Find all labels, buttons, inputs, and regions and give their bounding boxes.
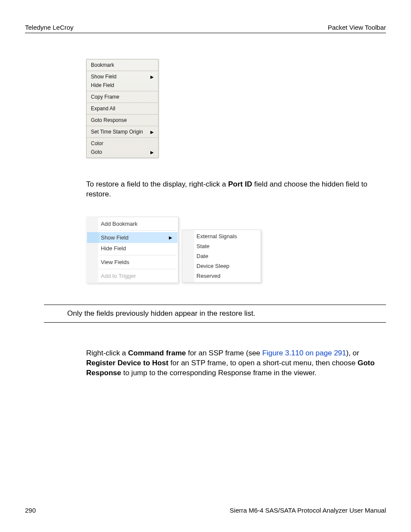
context-menu-1: Bookmark Show Field▶ Hide Field Copy Fra…: [86, 59, 159, 158]
submenu-arrow-icon: ▶: [150, 150, 154, 155]
paragraph-restore-field: To restore a field to the display, right…: [86, 180, 386, 199]
menu-item-bookmark[interactable]: Bookmark: [87, 61, 158, 69]
submenu-item-reserved[interactable]: Reserved: [183, 271, 260, 281]
paragraph-goto-response: Right-click a Command frame for an SSP f…: [86, 348, 386, 378]
show-field-submenu: External Signals State Date Device Sleep…: [182, 230, 261, 283]
footer-title: Sierra M6-4 SAS/SATA Protocol Analyzer U…: [230, 507, 386, 514]
submenu-item-state[interactable]: State: [183, 241, 260, 251]
menu-separator: [99, 269, 177, 269]
menu-item-color[interactable]: Color: [87, 139, 158, 148]
menu-item-show-field[interactable]: Show Field▶: [87, 72, 158, 81]
menu-item-copy-frame[interactable]: Copy Frame: [87, 93, 158, 101]
context-menu-2: Add Bookmark Show Field▶ Hide Field View…: [86, 217, 178, 283]
submenu-item-device-sleep[interactable]: Device Sleep: [183, 261, 260, 271]
menu-item-add-bookmark[interactable]: Add Bookmark: [87, 218, 177, 229]
header-left: Teledyne LeCroy: [25, 24, 74, 31]
menu-separator: [87, 114, 158, 115]
submenu-arrow-icon: ▶: [169, 235, 172, 240]
menu-item-show-field-highlighted[interactable]: Show Field▶: [87, 232, 177, 243]
note-box: Only the fields previously hidden appear…: [44, 305, 386, 323]
menu-item-goto[interactable]: Goto▶: [87, 148, 158, 156]
menu-item-hide-field[interactable]: Hide Field: [87, 81, 158, 90]
submenu-arrow-icon: ▶: [150, 75, 154, 79]
page-number: 290: [25, 507, 36, 514]
menu-item-add-to-trigger: Add to Trigger: [87, 271, 177, 281]
header-right: Packet View Toolbar: [328, 24, 386, 31]
menu-item-set-timestamp-origin[interactable]: Set Time Stamp Origin▶: [87, 128, 158, 136]
menu-separator: [87, 126, 158, 126]
submenu-arrow-icon: ▶: [150, 130, 154, 134]
menu-item-goto-response[interactable]: Goto Response: [87, 116, 158, 124]
menu-separator: [87, 137, 158, 138]
menu-separator: [99, 230, 177, 231]
menu-separator: [87, 71, 158, 71]
page-footer: 290 Sierra M6-4 SAS/SATA Protocol Analyz…: [25, 507, 386, 514]
menu-item-hide-field[interactable]: Hide Field: [87, 243, 177, 254]
menu-separator: [87, 103, 158, 103]
menu-separator: [87, 91, 158, 91]
submenu-item-external-signals[interactable]: External Signals: [183, 231, 260, 241]
menu-item-expand-all[interactable]: Expand All: [87, 104, 158, 113]
menu-separator: [99, 255, 177, 255]
menu-item-view-fields[interactable]: View Fields: [87, 257, 177, 268]
page-header: Teledyne LeCroy Packet View Toolbar: [25, 24, 386, 33]
submenu-item-date[interactable]: Date: [183, 251, 260, 261]
figure-link[interactable]: Figure 3.110 on page 291: [262, 349, 346, 357]
note-text: Only the fields previously hidden appear…: [67, 309, 255, 317]
